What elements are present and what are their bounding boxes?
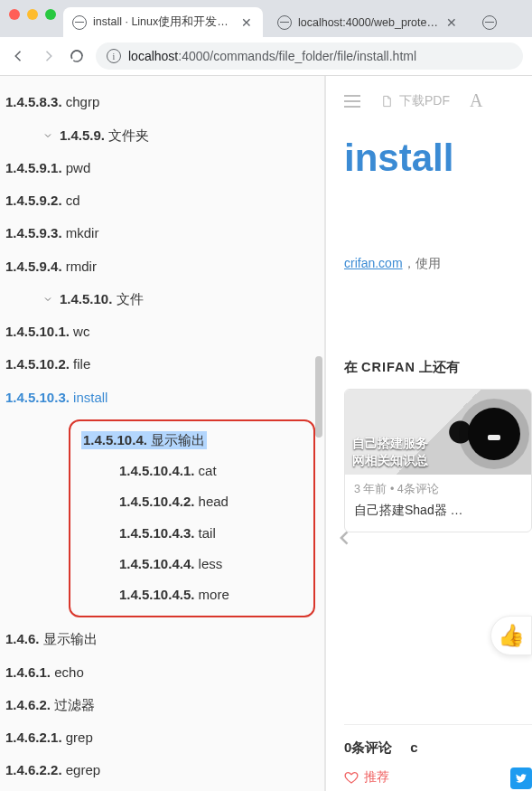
thumbs-up-icon: 👍 bbox=[498, 623, 525, 648]
tab-1[interactable]: install · Linux使用和开发心得 ✕ bbox=[63, 7, 263, 37]
heart-icon bbox=[344, 770, 359, 785]
toc-item-cat[interactable]: 1.4.5.10.4.1. cat bbox=[74, 456, 310, 486]
close-window-button[interactable] bbox=[9, 9, 20, 20]
address-bar[interactable]: i localhost:4000/commands/file_folder/fi… bbox=[96, 42, 523, 70]
forward-button[interactable] bbox=[38, 46, 58, 66]
related-card[interactable]: 自己搭建服务网相关知识总 3 年前 • 4条评论 自己搭建Shad器 … bbox=[344, 389, 532, 532]
toc-item-less[interactable]: 1.4.5.10.4.4. less bbox=[74, 549, 310, 579]
zoom-window-button[interactable] bbox=[45, 9, 56, 20]
toc-item-echo[interactable]: 1.4.6.1. echo bbox=[0, 656, 324, 689]
also-on-line: 在 CRIFAN 上还有 bbox=[344, 359, 532, 376]
main-content: 下载PDF A install crifan.com，使用 在 CRIFAN 上… bbox=[326, 76, 532, 791]
like-button[interactable]: 👍 bbox=[490, 616, 532, 655]
menu-icon[interactable] bbox=[344, 95, 360, 108]
tab-3[interactable]: l bbox=[473, 7, 509, 37]
toc-item-install[interactable]: 1.4.5.10.3. install bbox=[0, 381, 324, 414]
globe-icon bbox=[482, 15, 497, 30]
toc-item-146[interactable]: 1.4.6. 显示输出 bbox=[0, 623, 324, 655]
chevron-down-icon[interactable] bbox=[40, 291, 56, 307]
download-pdf-button[interactable]: 下载PDF bbox=[380, 93, 450, 109]
comments-count[interactable]: 0条评论 bbox=[344, 739, 392, 757]
toc-item-tail[interactable]: 1.4.5.10.4.3. tail bbox=[74, 518, 310, 549]
twitter-icon bbox=[515, 772, 527, 785]
citation-line: crifan.com，使用 bbox=[344, 256, 532, 272]
font-button[interactable]: A bbox=[470, 90, 482, 111]
toc-item-mkdir[interactable]: 1.4.5.9.3. mkdir bbox=[0, 217, 324, 250]
toc-item-cd[interactable]: 1.4.5.9.2. cd bbox=[0, 184, 324, 217]
card-description: 自己搭建Shad器 … bbox=[345, 501, 531, 532]
url-text: localhost:4000/commands/file_folder/file… bbox=[128, 49, 416, 63]
toc-item-head[interactable]: 1.4.5.10.4.2. head bbox=[74, 486, 310, 517]
table-of-contents: 1.4.5.8.2. chmod 1.4.5.8.3. chgrp 1.4.5.… bbox=[0, 76, 324, 791]
toc-item-filter[interactable]: 1.4.6.2. 过滤器 bbox=[0, 689, 324, 721]
comments-header: 0条评论 c bbox=[344, 724, 532, 757]
url-port: :4000 bbox=[178, 49, 210, 63]
recommend-button[interactable]: 推荐 bbox=[344, 769, 389, 786]
card-title: 自己搭建服务网相关知识总 bbox=[345, 429, 531, 475]
toc-item-wc[interactable]: 1.4.5.10.1. wc bbox=[0, 315, 324, 348]
window-controls bbox=[9, 9, 56, 20]
site-info-icon[interactable]: i bbox=[107, 49, 121, 63]
globe-icon bbox=[277, 15, 292, 30]
citation-link[interactable]: crifan.com bbox=[344, 256, 403, 270]
toc-item-rmdir[interactable]: 1.4.5.9.4. rmdir bbox=[0, 250, 324, 283]
toc-item-more[interactable]: 1.4.5.10.4.5. more bbox=[74, 579, 310, 610]
toc-item-display-output[interactable]: 1.4.5.10.4. 显示输出 bbox=[74, 425, 310, 456]
address-bar-row: i localhost:4000/commands/file_folder/fi… bbox=[0, 37, 532, 76]
toc-item-grep[interactable]: 1.4.6.2.1. grep bbox=[0, 721, 324, 754]
toc-item-egrep[interactable]: 1.4.6.2.2. egrep bbox=[0, 754, 324, 786]
comments-extra: c bbox=[410, 739, 417, 757]
page-title: install bbox=[344, 120, 532, 184]
tab-strip: install · Linux使用和开发心得 ✕ localhost:4000/… bbox=[0, 0, 532, 37]
back-button[interactable] bbox=[9, 46, 29, 66]
card-image: 自己搭建服务网相关知识总 bbox=[345, 390, 531, 475]
tab-2[interactable]: localhost:4000/web_protect/ot ✕ bbox=[268, 7, 468, 37]
toc-item-chgrp[interactable]: 1.4.5.8.3. chgrp bbox=[0, 86, 324, 118]
toc-item-file2[interactable]: 1.4.5.10.2. file bbox=[0, 348, 324, 381]
highlight-group: 1.4.5.10.4. 显示输出 1.4.5.10.4.1. cat 1.4.5… bbox=[69, 419, 315, 618]
toc-item-pwd[interactable]: 1.4.5.9.1. pwd bbox=[0, 152, 324, 184]
sidebar: 1.4.5.8.2. chmod 1.4.5.8.3. chgrp 1.4.5.… bbox=[0, 76, 326, 791]
recommend-label: 推荐 bbox=[364, 769, 389, 786]
toc-item-file[interactable]: 1.4.5.10. 文件 bbox=[22, 283, 149, 315]
minimize-window-button[interactable] bbox=[27, 9, 38, 20]
toc-item-folder[interactable]: 1.4.5.9. 文件夹 bbox=[22, 119, 154, 152]
tab-2-title: localhost:4000/web_protect/ot bbox=[298, 16, 438, 29]
close-tab-icon[interactable]: ✕ bbox=[239, 16, 254, 29]
toc-item-chmod[interactable]: 1.4.5.8.2. chmod bbox=[0, 76, 324, 86]
card-meta: 3 年前 • 4条评论 bbox=[345, 475, 531, 501]
chevron-down-icon[interactable] bbox=[40, 127, 56, 144]
citation-suffix: ，使用 bbox=[403, 256, 441, 270]
url-path: /commands/file_folder/file/install.html bbox=[210, 49, 416, 63]
share-twitter-button[interactable] bbox=[510, 767, 532, 789]
globe-icon bbox=[72, 15, 87, 30]
reload-button[interactable] bbox=[67, 46, 87, 66]
brand-name: CRIFAN bbox=[361, 360, 415, 374]
url-host: localhost bbox=[128, 49, 178, 63]
download-pdf-label: 下载PDF bbox=[399, 93, 450, 109]
tab-1-title: install · Linux使用和开发心得 bbox=[93, 14, 233, 30]
close-tab-icon[interactable]: ✕ bbox=[444, 16, 459, 29]
